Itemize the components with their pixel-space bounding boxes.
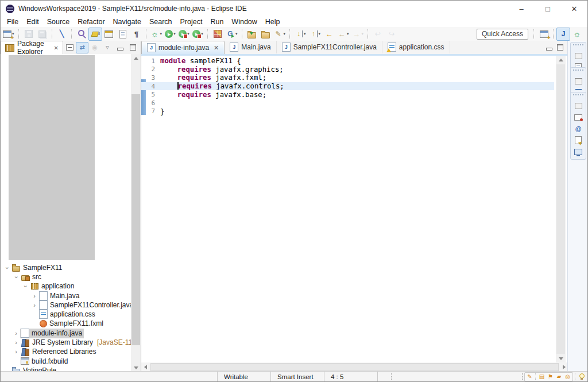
dropdown-arrow-icon[interactable]: ▾ bbox=[284, 32, 286, 36]
java-perspective-button[interactable]: J bbox=[556, 28, 570, 41]
add-task-icon[interactable]: ✎ bbox=[526, 373, 533, 380]
mark-occurrences-button[interactable] bbox=[88, 28, 102, 41]
tab-close-icon[interactable]: ✕ bbox=[214, 44, 219, 52]
tree-item-samplefx11-fxml[interactable]: ›SampleFX11.fxml bbox=[1, 319, 131, 329]
external-tools-button[interactable]: ▶▾ bbox=[191, 28, 205, 41]
focus-icon[interactable]: ◎ bbox=[564, 373, 571, 380]
javadoc-button[interactable]: @ bbox=[571, 123, 586, 134]
tab-application-css[interactable]: application.css bbox=[382, 41, 450, 53]
debug-perspective-button[interactable]: ☼ bbox=[570, 28, 584, 41]
tree-item-src[interactable]: ›src bbox=[1, 272, 131, 281]
scroll-up-icon[interactable] bbox=[131, 54, 141, 62]
editor-horizontal-scrollbar[interactable] bbox=[141, 362, 568, 372]
menu-project[interactable]: Project bbox=[176, 17, 207, 27]
scrollbar-thumb[interactable] bbox=[556, 64, 565, 354]
problems-button[interactable] bbox=[571, 111, 586, 123]
tree-item-module-info-java[interactable]: ›module-info.java bbox=[1, 329, 131, 338]
link-with-editor-button[interactable]: ⇄ bbox=[76, 42, 88, 53]
code-line-1[interactable]: 1module sampleFX11 { bbox=[141, 57, 554, 65]
scroll-left-icon[interactable] bbox=[141, 362, 149, 372]
new-java-project-button[interactable] bbox=[211, 28, 225, 41]
menu-refactor[interactable]: Refactor bbox=[74, 17, 109, 27]
tree-collapsed-arrow-icon[interactable]: › bbox=[30, 302, 38, 308]
show-annotations-button[interactable] bbox=[116, 28, 130, 41]
coverage-button[interactable]: ▶▾ bbox=[177, 28, 191, 41]
next-edit-location-button[interactable]: ↑▾ bbox=[308, 28, 323, 41]
back-button[interactable]: ←▾ bbox=[336, 28, 351, 41]
scroll-down-icon[interactable] bbox=[556, 354, 566, 362]
back-to-last-edit-button[interactable]: ← bbox=[322, 28, 336, 41]
open-perspective-button[interactable] bbox=[537, 28, 551, 41]
dropdown-arrow-icon[interactable]: ▾ bbox=[362, 32, 364, 36]
editor-vertical-scrollbar[interactable] bbox=[556, 56, 566, 362]
dropdown-arrow-icon[interactable]: ▾ bbox=[319, 32, 321, 36]
tree-item-main-java[interactable]: ›Main.java bbox=[1, 291, 131, 300]
scroll-down-icon[interactable] bbox=[131, 364, 141, 372]
tree-item-referenced-libraries[interactable]: ›Referenced Libraries bbox=[1, 348, 131, 357]
show-source-button[interactable] bbox=[102, 28, 116, 41]
code-line-7[interactable]: 7} bbox=[141, 107, 554, 116]
tree-item-application[interactable]: ›application bbox=[1, 282, 131, 291]
minimize-button[interactable]: – bbox=[508, 1, 535, 17]
show-whitespace-button[interactable]: ¶ bbox=[130, 28, 144, 41]
tab-main-java[interactable]: JMain.java bbox=[225, 41, 276, 53]
tab-module-info-java[interactable]: Jmodule-info.java✕ bbox=[141, 41, 225, 54]
tree-item-build-fxbuild[interactable]: ›build.fxbuild bbox=[1, 357, 131, 366]
minimize-editor-button[interactable] bbox=[546, 48, 552, 51]
scrollbar-thumb[interactable] bbox=[131, 94, 140, 345]
menu-source[interactable]: Source bbox=[43, 17, 74, 27]
tree-collapsed-arrow-icon[interactable]: › bbox=[12, 349, 20, 355]
skip-all-breakpoints-button[interactable]: ╲ bbox=[55, 28, 69, 41]
drag-handle-icon[interactable] bbox=[573, 70, 583, 74]
scroll-right-icon[interactable] bbox=[560, 362, 568, 372]
tree-item-application-css[interactable]: ›application.css bbox=[1, 310, 131, 319]
menu-edit[interactable]: Edit bbox=[22, 17, 43, 27]
update-button[interactable]: G▾ bbox=[225, 28, 239, 41]
tree-collapsed-arrow-icon[interactable]: › bbox=[30, 293, 38, 299]
maximize-editor-button[interactable] bbox=[557, 44, 563, 51]
drag-handle-icon[interactable] bbox=[573, 94, 583, 98]
last-edit-location-button[interactable]: ↓▾ bbox=[293, 28, 308, 41]
tree-collapsed-arrow-icon[interactable]: › bbox=[12, 339, 20, 346]
package-explorer-scrollbar[interactable] bbox=[131, 54, 141, 372]
scroll-up-icon[interactable] bbox=[556, 56, 566, 64]
tree-collapsed-arrow-icon[interactable]: › bbox=[12, 330, 20, 337]
minimize-view-button[interactable] bbox=[114, 42, 126, 53]
dropdown-arrow-icon[interactable]: ▾ bbox=[173, 32, 176, 36]
flag-icon[interactable]: ⚑ bbox=[547, 373, 554, 380]
code-line-4[interactable]: 4 requires javafx.controls; bbox=[141, 82, 554, 91]
debug-button[interactable]: ☼▾ bbox=[149, 28, 164, 41]
tree-expanded-arrow-icon[interactable]: › bbox=[4, 264, 10, 272]
quick-access-button[interactable]: Quick Access bbox=[477, 29, 528, 40]
view-close-icon[interactable]: ✕ bbox=[54, 45, 59, 51]
open-folder-button[interactable] bbox=[259, 28, 273, 41]
declaration-button[interactable] bbox=[571, 134, 586, 146]
maximize-view-button[interactable] bbox=[126, 42, 139, 53]
maximize-button[interactable]: □ bbox=[535, 1, 561, 17]
tree-expanded-arrow-icon[interactable]: › bbox=[22, 283, 29, 291]
restore-view-button[interactable] bbox=[571, 50, 586, 61]
code-line-5[interactable]: 5 requires javafx.base; bbox=[141, 90, 554, 99]
code-line-6[interactable]: 6 bbox=[141, 99, 554, 107]
menu-search[interactable]: Search bbox=[145, 17, 176, 27]
restore-view-button[interactable] bbox=[571, 75, 586, 87]
tree-expanded-arrow-icon[interactable]: › bbox=[13, 273, 20, 281]
code-editor[interactable]: 1module sampleFX11 {2 requires javafx.gr… bbox=[141, 56, 568, 362]
drag-handle-icon[interactable] bbox=[573, 44, 583, 48]
menu-window[interactable]: Window bbox=[227, 17, 261, 27]
tab-samplefx11controller-java[interactable]: JSampleFX11Controller.java bbox=[277, 41, 382, 53]
tree-item-jre-system-library[interactable]: ›JRE System Library[JavaSE-11] bbox=[1, 338, 131, 347]
search-button[interactable] bbox=[75, 28, 88, 41]
menu-navigate[interactable]: Navigate bbox=[109, 17, 145, 27]
menu-run[interactable]: Run bbox=[206, 17, 227, 27]
menu-file[interactable]: File bbox=[3, 17, 22, 27]
dropdown-arrow-icon[interactable]: ▾ bbox=[304, 32, 306, 36]
restore-view-button[interactable] bbox=[571, 100, 586, 111]
package-explorer-tab[interactable]: Package Explorer ✕ bbox=[1, 41, 63, 54]
console-button[interactable] bbox=[571, 146, 586, 157]
collapse-all-button[interactable] bbox=[63, 42, 76, 53]
tree-item-samplefx11[interactable]: ›SampleFX11 bbox=[1, 263, 131, 272]
annotate-button[interactable]: ✎▾ bbox=[273, 28, 288, 41]
menu-help[interactable]: Help bbox=[261, 17, 284, 27]
scrollbar-thumb[interactable] bbox=[150, 363, 559, 371]
